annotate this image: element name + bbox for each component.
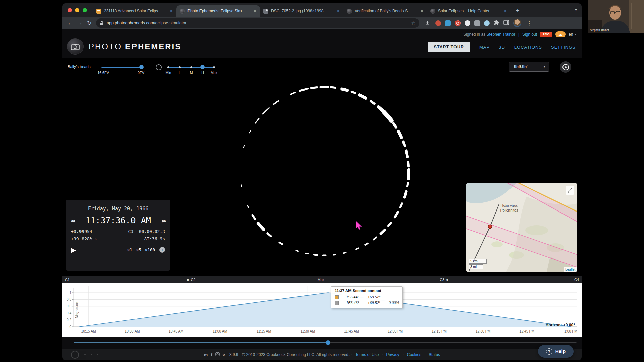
exposure-slider[interactable]: -16.6EV 0EV <box>101 67 142 68</box>
privacy-link[interactable]: Privacy <box>386 352 399 357</box>
tab-close-icon[interactable]: × <box>253 8 257 14</box>
quality-stop[interactable] <box>213 66 215 68</box>
maximize-window-button[interactable] <box>83 8 87 12</box>
nav-map[interactable]: MAP <box>479 45 490 50</box>
cookies-link[interactable]: Cookies <box>407 352 421 357</box>
back-icon[interactable]: ← <box>66 18 75 28</box>
expand-icon <box>568 188 572 193</box>
svg-text:10:30 AM: 10:30 AM <box>125 329 140 333</box>
sign-out-link[interactable]: Sign out <box>522 32 537 37</box>
url-bar[interactable]: app.photoephemeris.com/eclipse-simulator… <box>96 18 419 28</box>
social-icons: m f v <box>204 352 225 357</box>
svg-text:1: 1 <box>69 291 71 295</box>
simulator-viewport[interactable]: Baily's beads: -16.6EV 0EV Min L M H Max <box>62 58 582 276</box>
minimap[interactable]: Πολιχνίτος Polichnitos 5 km 3 mi Leaflet <box>466 183 577 272</box>
svg-text:Magnitude: Magnitude <box>75 302 79 318</box>
tab-close-icon[interactable]: × <box>503 8 508 14</box>
status-link[interactable]: Status <box>429 352 440 357</box>
bookmark-star-icon[interactable]: ☆ <box>411 20 415 26</box>
minimize-window-button[interactable] <box>75 8 79 12</box>
map-pin[interactable] <box>488 225 492 229</box>
nav-settings[interactable]: SETTINGS <box>551 45 576 50</box>
quality-stop[interactable] <box>190 66 192 68</box>
contact-timeline-strip[interactable]: C1◆C2MaxC3◆C4 <box>62 276 582 283</box>
new-tab-button[interactable]: + <box>513 6 523 16</box>
facebook-icon[interactable]: f <box>211 352 212 357</box>
contact-marker-c1[interactable]: C1 <box>65 278 70 282</box>
download-icon[interactable] <box>423 18 432 28</box>
scrubber-filled <box>74 342 328 343</box>
magnitude-chart[interactable]: 10:15 AM10:30 AM10:45 AM11:00 AM11:15 AM… <box>62 283 582 337</box>
profile-avatar[interactable] <box>513 19 521 27</box>
extension-icon[interactable] <box>435 20 441 26</box>
map-attribution[interactable]: Leaflet <box>564 267 577 272</box>
extension-icon[interactable] <box>445 20 451 26</box>
nav-3d[interactable]: 3D <box>499 45 505 50</box>
beads-quality-slider[interactable]: Min L M H Max <box>168 67 214 68</box>
quality-label-m: M <box>190 71 193 75</box>
terms-link[interactable]: Terms of Use <box>355 352 379 357</box>
contact-marker-c4[interactable]: C4 <box>574 278 579 282</box>
tab-eclipse-simulator[interactable]: Photo Ephemeris: Eclipse Sim × <box>176 5 260 17</box>
language-selector[interactable]: en▾ <box>569 32 576 37</box>
exposure-slider-handle[interactable] <box>139 65 144 69</box>
puzzle-extensions-icon[interactable] <box>494 20 499 27</box>
contact-marker-c3[interactable]: C3◆ <box>440 278 448 282</box>
extension-icon[interactable] <box>455 20 461 26</box>
speed-x5[interactable]: ×5 <box>136 247 141 252</box>
time-scrubber[interactable] <box>62 337 582 349</box>
reload-icon[interactable]: ↻ <box>85 18 94 28</box>
svg-text:12:15 PM: 12:15 PM <box>432 329 447 333</box>
svg-text:11:15 AM: 11:15 AM <box>257 329 271 333</box>
tab-help-center[interactable]: Solar Eclipses – Help Center × <box>427 5 511 17</box>
tab-bailys-beads-verification[interactable]: Verification of Baily's Beads S × <box>343 5 427 17</box>
warning-icon: ⚠ <box>95 236 97 241</box>
tab-close-icon[interactable]: × <box>336 8 341 14</box>
play-button[interactable]: ▶ <box>71 246 76 254</box>
playback-speeds: ×1 ×5 ×100 <box>127 247 155 252</box>
tab-close-icon[interactable]: × <box>169 8 174 14</box>
tab-close-icon[interactable]: × <box>420 8 424 14</box>
skip-forward-button[interactable]: ▶▶ <box>162 218 166 223</box>
speed-x1[interactable]: ×1 <box>127 247 132 252</box>
tab-search-icon[interactable]: ▾ <box>575 7 577 12</box>
mastodon-icon[interactable]: m <box>204 352 208 357</box>
cloud-sync-icon[interactable]: ☁ <box>555 31 566 37</box>
start-tour-button[interactable]: START TOUR <box>428 42 470 52</box>
extension-icon[interactable] <box>465 20 470 26</box>
snowflake-extension-icon[interactable] <box>484 20 490 26</box>
map-expand-button[interactable] <box>566 186 574 195</box>
map-scale-km: 5 km <box>469 259 487 264</box>
nav-locations[interactable]: LOCATIONS <box>514 45 542 50</box>
instagram-icon[interactable] <box>215 352 220 357</box>
forward-icon[interactable]: → <box>75 18 85 28</box>
skip-back-button[interactable]: ◀◀ <box>70 218 74 223</box>
quality-stop[interactable] <box>179 66 181 68</box>
crop-frame-icon[interactable] <box>225 64 231 70</box>
speed-x100[interactable]: ×100 <box>145 247 155 252</box>
quality-stop[interactable] <box>167 66 169 68</box>
info-icon[interactable]: i <box>159 247 165 253</box>
circle-toggle-icon[interactable] <box>156 64 162 70</box>
vimeo-icon[interactable]: v <box>223 352 225 357</box>
camera-icon <box>71 43 80 50</box>
obscuration-value: +99.828%⚠ <box>71 236 97 241</box>
tab-advanced-solar-eclipse[interactable]: 231118 Advanced Solar Eclips × <box>93 5 176 17</box>
contact-marker-max[interactable]: Max <box>318 278 325 282</box>
scrubber-handle[interactable] <box>326 340 330 345</box>
side-panel-icon[interactable] <box>503 20 509 26</box>
browser-menu-icon[interactable]: ⋮ <box>525 20 533 26</box>
quality-slider-handle[interactable] <box>200 65 205 69</box>
recenter-button[interactable] <box>560 61 571 73</box>
username-link[interactable]: Stephen Trainor <box>487 32 515 37</box>
photo-ephemeris-logo[interactable] <box>67 38 84 55</box>
close-window-button[interactable] <box>68 8 72 12</box>
tooltip-title: 11:37 AM Second contact <box>335 289 399 293</box>
scrubber-track[interactable] <box>74 342 577 343</box>
help-button[interactable]: ? Help <box>538 345 574 358</box>
contact-marker-c2[interactable]: ◆C2 <box>187 278 195 282</box>
field-of-view-select[interactable]: 959.95° ▾ <box>509 62 549 72</box>
tab-dsc-image[interactable]: DSC_7052-2.jpg (1998×1998 × <box>260 5 343 17</box>
altitude-value: +69.52° <box>362 300 380 306</box>
extension-icon[interactable] <box>474 20 480 26</box>
